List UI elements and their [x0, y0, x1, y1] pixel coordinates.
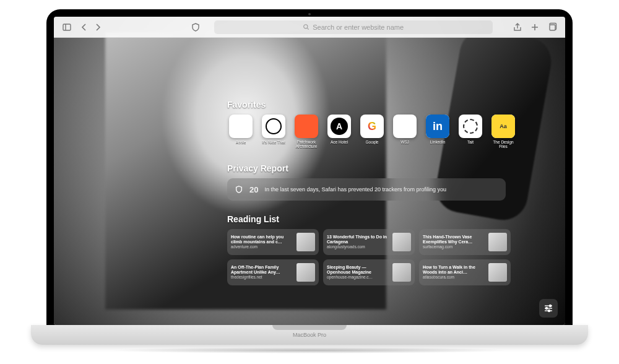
reading-thumbnail — [297, 263, 315, 282]
favorite-label: It's Nice That — [262, 140, 285, 144]
address-bar[interactable]: Search or enter website name — [214, 20, 493, 34]
shield-icon — [235, 185, 243, 194]
privacy-text: In the last seven days, Safari has preve… — [264, 186, 446, 193]
sliders-icon — [543, 303, 553, 313]
reading-source: atlasobscura.com — [423, 275, 454, 279]
screen-bezel: Search or enter website name Favorites — [46, 9, 573, 325]
reading-heading: Reading List — [227, 214, 540, 224]
svg-point-2 — [304, 25, 308, 28]
sidebar-icon[interactable] — [61, 22, 72, 33]
reading-source: openhouse-magazine.c… — [327, 275, 373, 279]
svg-point-11 — [546, 308, 548, 310]
google-icon: G — [368, 120, 376, 133]
reading-title: 13 Wonderful Things to Do in Cartagena — [327, 235, 389, 245]
reading-list-grid: How routine can help you climb mountains… — [227, 229, 540, 285]
svg-point-10 — [550, 305, 552, 307]
reading-source: alongdustyroads.com — [327, 245, 365, 249]
favorite-linkedin[interactable]: inLinkedIn — [424, 115, 451, 149]
laptop-base: MacBook Pro — [31, 325, 588, 345]
privacy-count: 20 — [249, 185, 258, 194]
reading-item[interactable]: Sleeping Beauty — Openhouse Magazineopen… — [323, 259, 415, 285]
forward-button[interactable] — [92, 22, 103, 33]
favorite-google[interactable]: GGoogle — [358, 115, 386, 149]
favorite-label: Google — [366, 140, 379, 144]
reading-title: Sleeping Beauty — Openhouse Magazine — [327, 265, 389, 275]
favorite-its-nice-that[interactable]: NiCEIt's Nice That — [260, 115, 287, 149]
reading-thumbnail — [488, 233, 507, 251]
screen: Search or enter website name Favorites — [54, 17, 565, 325]
reading-title: How routine can help you climb mountains… — [231, 235, 293, 245]
reading-thumbnail — [488, 263, 507, 282]
favorite-label: Tait — [467, 140, 474, 144]
favorites-heading: Favorites — [227, 100, 540, 110]
customize-button[interactable] — [539, 299, 558, 318]
back-button[interactable] — [79, 22, 90, 33]
svg-point-12 — [548, 310, 550, 312]
favorite-label: WSJ — [400, 140, 409, 144]
reading-thumbnail — [297, 233, 315, 251]
address-bar-placeholder: Search or enter website name — [313, 24, 404, 31]
reading-item[interactable]: An Off-The-Plan Family Apartment Unlike … — [227, 259, 319, 285]
privacy-report-card[interactable]: 20 In the last seven days, Safari has pr… — [227, 178, 506, 201]
reading-item[interactable]: This Hand-Thrown Vase Exemplifies Why Ce… — [419, 229, 511, 255]
reading-item[interactable]: How to Turn a Walk in the Woods into an … — [419, 259, 511, 285]
svg-rect-0 — [63, 24, 71, 30]
nice-icon: NiCE — [266, 118, 282, 134]
favorite-label: Ace Hotel — [331, 140, 348, 144]
ace-icon: A — [331, 118, 348, 135]
camera-icon — [308, 13, 311, 15]
favorite-tait[interactable]: TTait — [457, 115, 484, 149]
svg-rect-6 — [550, 25, 555, 30]
favorite-wsj[interactable]: WSJWSJ — [391, 115, 418, 149]
shadow — [108, 347, 511, 353]
reading-source: surfacemag.com — [423, 245, 452, 249]
design-files-icon: Aa — [491, 115, 515, 138]
linkedin-icon: in — [426, 115, 449, 138]
tait-icon: T — [463, 119, 478, 134]
reading-title: This Hand-Thrown Vase Exemplifies Why Ce… — [423, 235, 485, 245]
favorite-label: Patchwork Architecture — [293, 140, 320, 149]
reading-thumbnail — [392, 263, 411, 282]
reading-source: thedesignfiles.net — [231, 275, 262, 279]
privacy-shield-icon[interactable] — [190, 22, 201, 33]
reading-title: How to Turn a Walk in the Woods into an … — [423, 265, 485, 275]
favorite-label: LinkedIn — [430, 140, 446, 144]
favorite-label: Apple — [236, 140, 246, 144]
reading-thumbnail — [392, 233, 411, 251]
reading-item[interactable]: 13 Wonderful Things to Do in Cartagenaal… — [323, 229, 415, 255]
favorite-ace-hotel[interactable]: AAce Hotel — [326, 115, 353, 149]
favorite-apple[interactable]: Apple — [227, 115, 254, 149]
reading-title: An Off-The-Plan Family Apartment Unlike … — [231, 265, 293, 275]
safari-toolbar: Search or enter website name — [54, 17, 565, 38]
reading-item[interactable]: How routine can help you climb mountains… — [227, 229, 319, 255]
new-tab-button[interactable] — [529, 22, 540, 33]
privacy-heading: Privacy Report — [227, 163, 540, 173]
patchwork-icon — [295, 115, 318, 138]
tabs-overview-icon[interactable] — [547, 22, 558, 33]
share-icon[interactable] — [512, 22, 523, 33]
laptop-frame: Search or enter website name Favorites — [31, 9, 588, 353]
favorite-patchwork[interactable]: Patchwork Architecture — [293, 115, 320, 149]
reading-source: adventure.com — [231, 245, 258, 249]
svg-line-3 — [308, 28, 309, 30]
device-label: MacBook Pro — [293, 332, 326, 338]
start-page: Favorites Apple NiCEIt's Nice That Patch… — [54, 38, 565, 285]
wsj-icon: WSJ — [398, 122, 412, 131]
favorite-label: The Design Files — [490, 140, 517, 149]
favorite-design-files[interactable]: AaThe Design Files — [490, 115, 517, 149]
favorites-row: Apple NiCEIt's Nice That Patchwork Archi… — [227, 115, 540, 149]
